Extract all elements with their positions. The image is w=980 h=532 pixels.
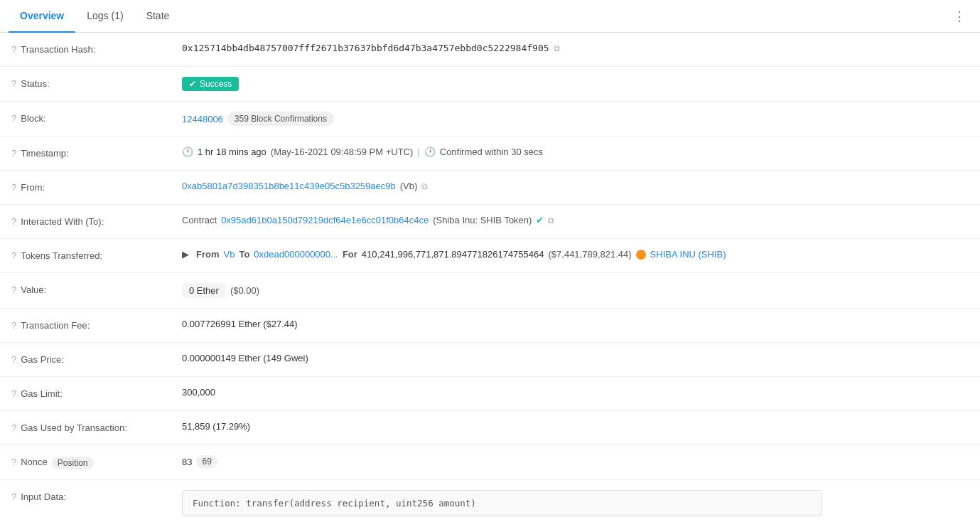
label-from: ? From: bbox=[11, 181, 182, 193]
block-confirmations-badge: 359 Block Confirmations bbox=[227, 112, 334, 126]
label-gas-price: ? Gas Price: bbox=[11, 353, 182, 365]
separator: | bbox=[417, 147, 419, 157]
verified-icon: ✔ bbox=[536, 215, 544, 225]
token-to-link[interactable]: 0xdead000000000... bbox=[254, 249, 338, 260]
token-arrow-icon: ▶ bbox=[182, 249, 189, 260]
value-gas-price: 0.000000149 Ether (149 Gwei) bbox=[182, 353, 969, 363]
label-transaction-hash: ? Transaction Hash: bbox=[11, 43, 182, 55]
value-tokens-transferred: ▶ From Vb To 0xdead000000000... For 410,… bbox=[182, 249, 969, 260]
copy-from-icon[interactable]: ⧉ bbox=[421, 181, 428, 191]
help-icon-gas-limit[interactable]: ? bbox=[11, 388, 16, 399]
help-icon-tx[interactable]: ? bbox=[11, 44, 16, 55]
label-interacted-with: ? Interacted With (To): bbox=[11, 215, 182, 227]
help-icon-from[interactable]: ? bbox=[11, 182, 16, 193]
row-timestamp: ? Timestamp: 🕐 1 hr 18 mins ago (May-16-… bbox=[0, 137, 980, 171]
copy-tx-hash-icon[interactable]: ⧉ bbox=[554, 43, 560, 53]
help-icon-status[interactable]: ? bbox=[11, 78, 16, 89]
copy-contract-icon[interactable]: ⧉ bbox=[548, 216, 554, 225]
shib-token-icon bbox=[636, 250, 646, 260]
tabs-bar: Overview Logs (1) State ⋮ bbox=[0, 0, 980, 33]
tab-logs[interactable]: Logs (1) bbox=[75, 0, 134, 33]
row-gas-price: ? Gas Price: 0.000000149 Ether (149 Gwei… bbox=[0, 343, 980, 377]
row-tokens-transferred: ? Tokens Transferred: ▶ From Vb To 0xdea… bbox=[0, 239, 980, 273]
value-input-data: Function: transfer(address recipient, ui… bbox=[182, 490, 969, 516]
clock-icon: 🕐 bbox=[182, 147, 193, 157]
value-status: ✔ Success bbox=[182, 77, 969, 91]
transaction-details: ? Transaction Hash: 0x125714bb4db4875700… bbox=[0, 33, 980, 526]
label-nonce: ? Nonce Position bbox=[11, 455, 182, 469]
value-timestamp: 🕐 1 hr 18 mins ago (May-16-2021 09:48:59… bbox=[182, 147, 969, 157]
value-transaction-fee: 0.007726991 Ether ($27.44) bbox=[182, 319, 969, 329]
label-tokens-transferred: ? Tokens Transferred: bbox=[11, 249, 182, 261]
tab-menu-icon[interactable]: ⋮ bbox=[947, 3, 971, 30]
contract-address-link[interactable]: 0x95ad61b0a150d79219dcf64e1e6cc01f0b64c4… bbox=[221, 215, 429, 225]
help-icon-timestamp[interactable]: ? bbox=[11, 148, 16, 159]
confirm-clock-icon: 🕐 bbox=[424, 147, 436, 157]
value-from: 0xab5801a7d398351b8be11c439e05c5b3259aec… bbox=[182, 181, 969, 191]
label-input-data: ? Input Data: bbox=[11, 490, 182, 502]
input-data-box: Function: transfer(address recipient, ui… bbox=[182, 490, 822, 516]
position-badge: Position bbox=[52, 457, 94, 469]
value-value: 0 Ether ($0.00) bbox=[182, 283, 969, 298]
row-gas-used: ? Gas Used by Transaction: 51,859 (17.29… bbox=[0, 411, 980, 445]
row-transaction-hash: ? Transaction Hash: 0x125714bb4db4875700… bbox=[0, 33, 980, 67]
row-value: ? Value: 0 Ether ($0.00) bbox=[0, 273, 980, 309]
row-nonce: ? Nonce Position 83 69 bbox=[0, 445, 980, 480]
help-icon-value[interactable]: ? bbox=[11, 284, 16, 295]
value-amount-badge: 0 Ether bbox=[182, 283, 226, 298]
help-icon-input[interactable]: ? bbox=[11, 491, 16, 502]
help-icon-to[interactable]: ? bbox=[11, 216, 16, 227]
label-block: ? Block: bbox=[11, 112, 182, 124]
block-number-link[interactable]: 12448006 bbox=[182, 114, 223, 124]
help-icon-gas-used[interactable]: ? bbox=[11, 422, 16, 433]
label-value: ? Value: bbox=[11, 283, 182, 295]
from-address-link[interactable]: 0xab5801a7d398351b8be11c439e05c5b3259aec… bbox=[182, 181, 396, 191]
label-gas-limit: ? Gas Limit: bbox=[11, 387, 182, 399]
row-status: ? Status: ✔ Success bbox=[0, 67, 980, 102]
help-icon-gas-price[interactable]: ? bbox=[11, 354, 16, 365]
shib-token-link[interactable]: SHIBA INU (SHIB) bbox=[650, 249, 726, 260]
help-icon-nonce[interactable]: ? bbox=[11, 457, 16, 467]
check-icon: ✔ bbox=[189, 79, 196, 89]
label-status: ? Status: bbox=[11, 77, 182, 89]
row-gas-limit: ? Gas Limit: 300,000 bbox=[0, 377, 980, 411]
row-input-data: ? Input Data: Function: transfer(address… bbox=[0, 480, 980, 526]
value-transaction-hash: 0x125714bb4db48757007fff2671b37637bbfd6d… bbox=[182, 43, 969, 53]
help-icon-fee[interactable]: ? bbox=[11, 320, 16, 331]
value-nonce: 83 69 bbox=[182, 455, 969, 468]
nonce-position-value: 69 bbox=[196, 455, 217, 468]
tab-overview[interactable]: Overview bbox=[9, 0, 75, 33]
value-interacted-with: Contract 0x95ad61b0a150d79219dcf64e1e6cc… bbox=[182, 215, 969, 225]
status-badge: ✔ Success bbox=[182, 77, 239, 91]
tab-state[interactable]: State bbox=[135, 0, 181, 33]
help-icon-block[interactable]: ? bbox=[11, 113, 16, 124]
label-transaction-fee: ? Transaction Fee: bbox=[11, 319, 182, 331]
value-gas-limit: 300,000 bbox=[182, 387, 969, 398]
token-from-link[interactable]: Vb bbox=[224, 249, 235, 260]
label-gas-used: ? Gas Used by Transaction: bbox=[11, 421, 182, 433]
label-timestamp: ? Timestamp: bbox=[11, 147, 182, 159]
row-block: ? Block: 12448006 359 Block Confirmation… bbox=[0, 102, 980, 137]
row-interacted-with: ? Interacted With (To): Contract 0x95ad6… bbox=[0, 205, 980, 239]
row-from: ? From: 0xab5801a7d398351b8be11c439e05c5… bbox=[0, 171, 980, 205]
row-transaction-fee: ? Transaction Fee: 0.007726991 Ether ($2… bbox=[0, 309, 980, 343]
value-block: 12448006 359 Block Confirmations bbox=[182, 112, 969, 126]
value-gas-used: 51,859 (17.29%) bbox=[182, 421, 969, 432]
help-icon-tokens[interactable]: ? bbox=[11, 250, 16, 261]
